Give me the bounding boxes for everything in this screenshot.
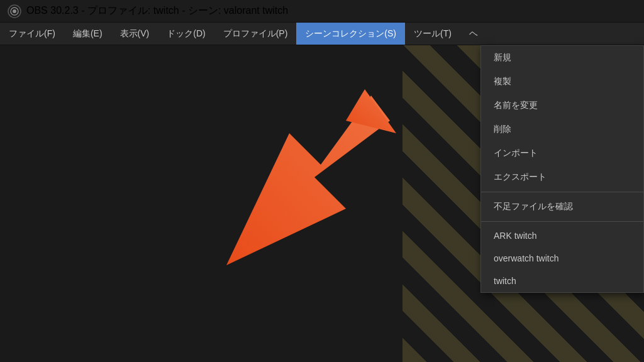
- dropdown-export[interactable]: エクスポート: [481, 165, 643, 189]
- dropdown-rename[interactable]: 名前を変更: [481, 94, 643, 118]
- dark-preview-area: [0, 45, 402, 362]
- separator-2: [481, 221, 643, 222]
- menu-file[interactable]: ファイル(F): [0, 23, 64, 45]
- menu-bar: ファイル(F) 編集(E) 表示(V) ドック(D) プロファイル(P) シーン…: [0, 23, 644, 45]
- menu-dock[interactable]: ドック(D): [158, 23, 214, 45]
- dropdown-overwatch-twitch[interactable]: overwatch twitch: [481, 247, 643, 270]
- menu-profile[interactable]: プロファイル(P): [214, 23, 297, 45]
- dropdown-twitch[interactable]: twitch: [481, 270, 643, 292]
- dropdown-duplicate[interactable]: 複製: [481, 70, 643, 94]
- menu-scene-collection[interactable]: シーンコレクション(S): [296, 23, 405, 45]
- dropdown-import[interactable]: インポート: [481, 141, 643, 165]
- scene-collection-dropdown: 新規 複製 名前を変更 削除 インポート エクスポート 不足ファイルを確認 AR…: [480, 45, 644, 293]
- obs-logo-icon: [8, 4, 21, 18]
- menu-tools[interactable]: ツール(T): [405, 23, 460, 45]
- menu-help[interactable]: ヘ: [460, 23, 487, 45]
- menu-view[interactable]: 表示(V): [111, 23, 158, 45]
- title-bar: OBS 30.2.3 - プロファイル: twitch - シーン: valor…: [0, 0, 644, 23]
- window-title: OBS 30.2.3 - プロファイル: twitch - シーン: valor…: [26, 4, 288, 18]
- menu-edit[interactable]: 編集(E): [64, 23, 111, 45]
- svg-point-2: [13, 9, 16, 13]
- dropdown-ark-twitch[interactable]: ARK twitch: [481, 224, 643, 247]
- dropdown-delete[interactable]: 削除: [481, 118, 643, 141]
- dropdown-check-missing[interactable]: 不足ファイルを確認: [481, 195, 643, 219]
- separator-1: [481, 192, 643, 192]
- dropdown-new[interactable]: 新規: [481, 46, 643, 70]
